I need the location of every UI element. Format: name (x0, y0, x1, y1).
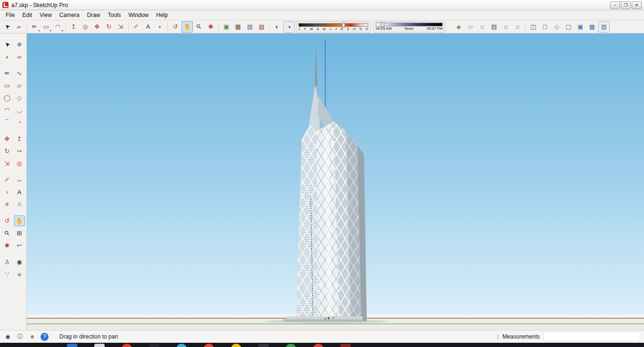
match-photo-button[interactable]: ▨ (256, 21, 267, 33)
text-tool[interactable]: A (14, 187, 25, 198)
add-location-button[interactable]: ▣ (221, 21, 232, 33)
protractor-tool[interactable]: ◖ (2, 187, 13, 198)
date-slider-thumb[interactable] (342, 23, 345, 28)
taskbar-app-8[interactable] (258, 344, 269, 347)
freehand-tool[interactable]: ∿ (14, 68, 25, 79)
view-iso-button[interactable]: ⌂ (477, 21, 488, 33)
arc-tool[interactable]: ◠ (2, 105, 13, 116)
rotate-tool[interactable]: ↻ (103, 21, 115, 33)
tape-measure-tool[interactable]: ✐ (2, 174, 13, 185)
style-monochrome-button[interactable]: ▥ (598, 21, 610, 33)
three-point-arc-tool[interactable]: ⌒ (2, 117, 13, 128)
help-icon[interactable]: ? (41, 333, 49, 341)
pie-tool[interactable]: ◔ (14, 117, 25, 128)
taskbar-app-9[interactable] (286, 344, 296, 347)
scale-tool[interactable]: ⇲ (115, 21, 126, 33)
text-tool[interactable]: A (142, 21, 154, 33)
shadow-date-slider[interactable]: JFMAMJJASOND (296, 21, 371, 33)
scale-tool[interactable]: ⇲ (2, 158, 13, 169)
polygon-tool[interactable]: ◇ (14, 92, 25, 103)
viewport[interactable] (27, 33, 644, 330)
style-xray-button[interactable]: ◫ (528, 21, 539, 33)
select-tool[interactable]: ➤ (1, 21, 13, 33)
zoom-tool[interactable]: ⚲ (193, 21, 205, 33)
eraser-tool[interactable]: ▰ (13, 21, 25, 33)
walk-tool[interactable]: ∵ (2, 269, 13, 280)
tape-measure-tool[interactable]: ✐ (131, 21, 142, 33)
taskbar-app-1[interactable] (67, 344, 77, 347)
dropdown-caret-icon[interactable]: ▾ (38, 29, 40, 32)
move-tool[interactable]: ✥ (91, 21, 103, 33)
zoom-tool[interactable]: ⚲ (2, 228, 13, 239)
style-wireframe-button[interactable]: ◇ (551, 21, 562, 33)
look-around-tool[interactable]: ◉ (14, 256, 25, 267)
orbit-tool[interactable]: ↺ (170, 21, 181, 33)
select-tool[interactable]: ➤ (2, 39, 13, 50)
orbit-tool[interactable]: ↺ (2, 215, 13, 226)
follow-me-tool[interactable]: ↪ (14, 146, 25, 157)
threed-text-tool[interactable]: A (14, 199, 25, 210)
view-right-button[interactable]: ⌂ (512, 21, 523, 33)
two-point-arc-tool[interactable]: ◡ (14, 105, 25, 116)
paint-bucket-tool[interactable]: ◖ (154, 21, 165, 33)
shapes-tool[interactable]: ▭▾ (41, 21, 52, 33)
shadow-time-slider[interactable]: 06:03 AM Noon 05:57 PM (373, 21, 445, 33)
time-slider-track[interactable] (376, 23, 443, 26)
signin-avatar-icon[interactable]: ☻ (28, 333, 36, 341)
pan-tool[interactable]: ✋ (14, 215, 25, 226)
close-button[interactable]: ✕ (632, 1, 642, 9)
pan-tool[interactable]: ✋ (182, 21, 193, 33)
section-cuts-button[interactable]: ▱ (465, 21, 476, 33)
rectangle-tool[interactable]: ▭ (2, 80, 13, 91)
credits-icon[interactable]: ⓘ (16, 333, 24, 341)
model-canvas[interactable] (27, 33, 644, 330)
zoom-extents-tool[interactable]: ✺ (2, 240, 13, 251)
zoom-extents-tool[interactable]: ✺ (205, 21, 216, 33)
view-front-button[interactable]: ⌂ (500, 21, 512, 33)
circle-tool[interactable]: ◯ (2, 92, 13, 103)
rotated-rectangle-tool[interactable]: ▱ (14, 80, 25, 91)
geolocation-icon[interactable]: ◉ (4, 333, 12, 341)
dropdown-caret-icon[interactable]: ▾ (50, 29, 51, 32)
offset-tool[interactable]: ◎ (14, 158, 25, 169)
menu-help[interactable]: Help (152, 11, 172, 19)
time-slider-thumb[interactable] (381, 22, 384, 27)
menu-draw[interactable]: Draw (83, 11, 104, 19)
style-back-edges-button[interactable]: ◻ (539, 21, 551, 33)
shadow-settings-button[interactable]: ◐ (272, 21, 283, 33)
arcs-tool[interactable]: ◠▾ (52, 21, 64, 33)
taskbar-app-10[interactable] (313, 344, 323, 347)
taskbar-app-3[interactable] (122, 344, 132, 347)
toggle-shadows-button[interactable]: ◑ (283, 21, 295, 33)
move-tool[interactable]: ✥ (2, 133, 13, 144)
view-top-button[interactable]: ▤ (488, 21, 500, 33)
line-tool[interactable]: ✏ (2, 68, 13, 79)
zoom-window-tool[interactable]: ⊞ (14, 228, 25, 239)
offset-tool[interactable]: ◎ (80, 21, 91, 33)
rotate-tool[interactable]: ↻ (2, 146, 13, 157)
style-shaded-button[interactable]: ▣ (575, 21, 586, 33)
axes-tool[interactable]: ✳ (2, 199, 13, 210)
taskbar-app-4[interactable] (149, 344, 159, 347)
menu-edit[interactable]: Edit (18, 11, 36, 19)
toggle-terrain-button[interactable]: ▦ (232, 21, 244, 33)
push-pull-tool[interactable]: ↥ (14, 133, 25, 144)
menu-file[interactable]: File (2, 11, 18, 19)
section-plane-tool[interactable]: ◈ (14, 269, 25, 280)
taskbar-app-2[interactable] (94, 344, 105, 347)
section-plane-button[interactable]: ◈ (453, 21, 464, 33)
make-component-tool[interactable]: ❖ (14, 39, 25, 50)
style-textured-button[interactable]: ▩ (586, 21, 598, 33)
dimension-tool[interactable]: ↔ (14, 174, 25, 185)
minimize-button[interactable]: – (610, 1, 620, 9)
paint-bucket-tool[interactable]: ◖ (2, 51, 13, 62)
taskbar-app-5[interactable] (176, 344, 187, 347)
style-hidden-line-button[interactable]: ▢ (563, 21, 574, 33)
position-camera-tool[interactable]: ♙ (2, 256, 13, 267)
taskbar-app-6[interactable] (204, 344, 214, 347)
line-tool[interactable]: ✏▾ (29, 21, 40, 33)
dropdown-caret-icon[interactable]: ▾ (62, 29, 63, 32)
menu-camera[interactable]: Camera (56, 11, 83, 19)
eraser-tool[interactable]: ▰ (14, 51, 25, 62)
measurements-input[interactable] (544, 332, 640, 341)
